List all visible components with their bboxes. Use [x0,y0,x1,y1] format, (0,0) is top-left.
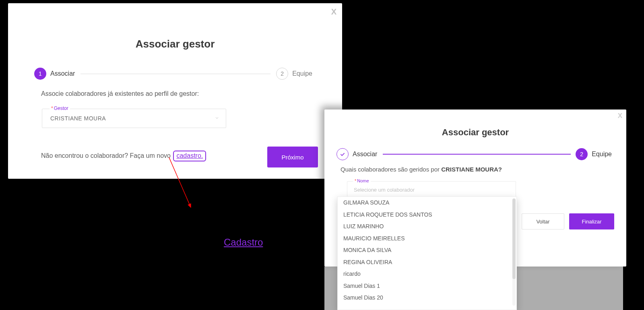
question-name: CRISTIANE MOURA? [441,166,502,173]
question-text: Quais colaboradores são geridos por CRIS… [341,166,502,173]
step-2-label: Equipe [592,151,612,158]
nome-dropdown-list: GILMARA SOUZA LETICIA ROQUETE DOS SANTOS… [338,197,512,304]
gestor-label-text: Gestor [54,105,68,111]
close-icon[interactable]: X [618,112,622,120]
modal-associate-step1: X Associar gestor 1 Associar 2 Equipe As… [8,3,342,179]
finish-button[interactable]: Finalizar [569,213,614,229]
nome-select-label: *Nome [353,178,371,183]
cadastro-link[interactable]: cadastro. [173,151,206,161]
required-mark: * [51,105,53,111]
stepper: Associar 2 Equipe [336,148,617,160]
list-item[interactable]: MONICA DA SILVA [338,244,512,256]
hint-text: Não encontrou o colaborador? Faça um nov… [41,151,206,161]
gestor-select[interactable]: *Gestor CRISTIANE MOURA [42,109,226,128]
gestor-select-label: *Gestor [50,105,70,111]
list-item[interactable]: LETICIA ROQUETE DOS SANTOS [338,209,512,221]
required-mark: * [355,178,356,183]
step-2-circle: 2 [276,68,288,80]
step-1-label: Associar [353,151,377,158]
step-connector [383,154,571,155]
step-connector [80,74,270,74]
nome-select-placeholder: Selecione um colaborador [354,187,415,193]
step-1-label: Associar [50,70,75,77]
modal-title: Associar gestor [136,38,215,50]
instruction-text: Associe colaboradores já existentes ao p… [41,90,199,97]
question-prefix: Quais colaboradores são geridos por [341,166,441,173]
next-button[interactable]: Próximo [267,147,318,167]
nome-select[interactable]: *Nome Selecione um colaborador [347,181,516,198]
step-1-circle-done [336,148,349,160]
list-item[interactable]: MAURICIO MEIRELLES [338,233,512,245]
nome-label-text: Nome [357,178,369,183]
list-item[interactable]: ricardo [338,268,512,280]
back-button[interactable]: Voltar [522,213,564,229]
close-icon[interactable]: X [331,7,336,17]
annotation-label: Cadastro [224,237,263,248]
scrollbar-thumb[interactable] [512,198,516,279]
step-2-label: Equipe [292,70,312,77]
list-item[interactable]: REGINA OLIVEIRA [338,256,512,269]
list-item[interactable]: Samuel Dias 1 [338,280,512,292]
hint-prefix: Não encontrou o colaborador? Faça um nov… [41,152,171,159]
step-1-circle: 1 [34,68,46,80]
list-item[interactable]: LUIZ MARINHO [338,221,512,233]
nome-dropdown[interactable]: GILMARA SOUZA LETICIA ROQUETE DOS SANTOS… [337,196,517,310]
stepper: 1 Associar 2 Equipe [34,68,318,80]
check-icon [339,151,346,157]
gestor-select-value: CRISTIANE MOURA [50,115,106,122]
step-2-circle: 2 [576,148,588,160]
chevron-down-icon [215,115,219,122]
list-item[interactable]: GILMARA SOUZA [338,197,512,209]
list-item[interactable]: Samuel Dias 20 [338,292,512,304]
modal-title: Associar gestor [442,127,509,138]
